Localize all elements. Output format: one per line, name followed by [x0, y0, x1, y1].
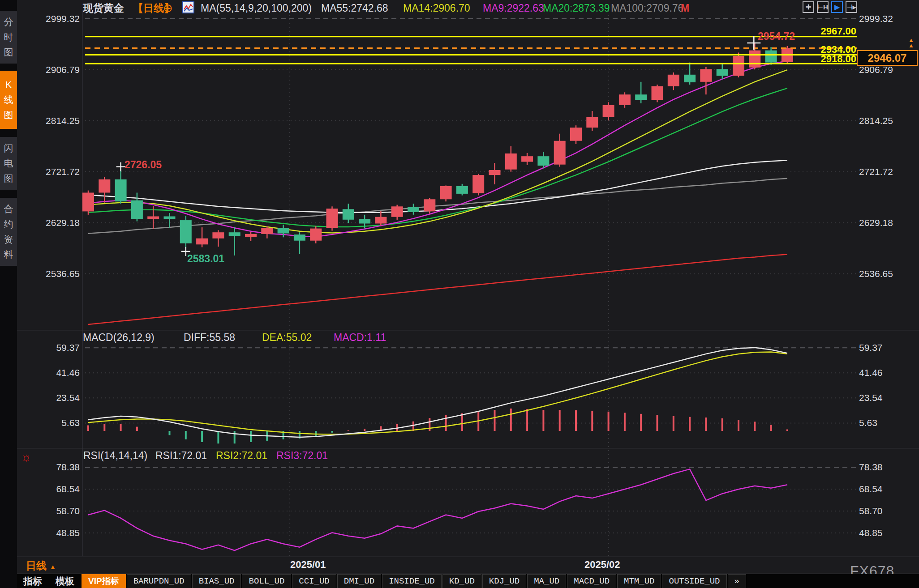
macd-title: MACD(26,12,9) — [83, 331, 155, 344]
rsi2-value: RSI2:72.01 — [216, 449, 267, 462]
sidebar-item-3[interactable]: 合约资料 — [0, 198, 17, 266]
bottom-tab-4[interactable]: BIAS_UD — [192, 574, 241, 588]
symbol-title: 现货黄金 — [83, 2, 124, 14]
period-selector[interactable]: 日线 ▲ — [26, 559, 56, 573]
rsi1-value: RSI1:72.01 — [155, 449, 207, 462]
macd-axis-label: 23.54 — [859, 392, 883, 403]
bottom-tab-9[interactable]: KD_UD — [442, 574, 481, 588]
price-axis-label: 2721.72 — [17, 166, 80, 177]
macd-value: MACD:1.11 — [334, 331, 386, 344]
bottom-tab-6[interactable]: CCI_UD — [292, 574, 336, 588]
shift-bar-icon[interactable]: ⊣▸ — [846, 1, 857, 13]
swing-low-label: 2583.01 — [187, 253, 224, 265]
ma9-value: MA9:2922.63 — [483, 2, 544, 14]
bottom-tab-7[interactable]: DMI_UD — [337, 574, 381, 588]
crosshair-icon[interactable]: ✛ — [803, 1, 814, 13]
macd-axis-label: 59.37 — [859, 342, 883, 353]
ma100-value: MA100:2709.76 — [611, 2, 683, 14]
rsi-axis-label: 68.54 — [859, 484, 883, 494]
bottom-tab-5[interactable]: BOLL_UD — [242, 574, 291, 588]
bottom-tab-8[interactable]: INSIDE_UD — [382, 574, 442, 588]
macd-dea-line — [88, 352, 787, 435]
rsi-axis-label: 48.85 — [859, 528, 883, 538]
macd-dea-value: DEA:55.02 — [262, 331, 312, 344]
price-axis-label: 2814.25 — [859, 115, 893, 126]
bottom-tab-1[interactable]: 模板 — [49, 574, 81, 588]
left-sidebar: 分时图K线图闪电图合约资料 — [0, 0, 17, 588]
bottom-tab-10[interactable]: KDJ_UD — [482, 574, 526, 588]
macd-diff-line — [88, 348, 787, 437]
price-axis-label: 2629.18 — [859, 217, 893, 228]
sidebar-item-1[interactable]: K线图 — [0, 71, 17, 129]
ma200-value-truncated: M — [681, 2, 689, 14]
ma55-value: MA55:2742.68 — [321, 2, 388, 14]
play-axis-icon[interactable]: ▶ — [831, 1, 843, 13]
ma14-line — [88, 70, 787, 233]
rsi-title: RSI(14,14,14) — [83, 449, 147, 462]
price-axis-label: 2721.72 — [859, 166, 893, 177]
bottom-tab-14[interactable]: OUTSIDE_UD — [662, 574, 726, 588]
candles — [82, 43, 793, 256]
period-arrow-icon: ▲ — [49, 563, 56, 571]
ma-settings-label: MA(55,14,9,20,100,200) — [201, 2, 312, 14]
bottom-tab-15[interactable]: » — [728, 574, 746, 588]
bottom-tab-3[interactable]: BARUPDN_UD — [127, 574, 191, 588]
rsi-line — [88, 469, 787, 550]
rsi-axis-label: 78.38 — [17, 462, 80, 473]
level-label-2967[interactable]: 2967.00 — [17, 26, 856, 37]
rsi-axis-label: 68.54 — [17, 484, 80, 494]
price-axis-label: 2536.65 — [17, 268, 80, 279]
price-axis-label: 2536.65 — [859, 268, 893, 279]
macd-histogram — [88, 409, 787, 443]
rsi-axis-label: 48.85 — [17, 528, 80, 538]
ma20-value: MA20:2873.39 — [543, 2, 610, 14]
price-axis-label: 2629.18 — [17, 217, 80, 228]
price-up-arrows-icon: ▲▲ — [908, 38, 914, 48]
level-label-2918[interactable]: 2918.00 — [17, 53, 856, 65]
bottom-tab-0[interactable]: 指标 — [17, 574, 48, 588]
rsi3-value: RSI3:72.01 — [276, 449, 328, 462]
axis-scale-icon[interactable]: ⊢H — [817, 1, 829, 13]
price-axis-label: 2906.79 — [859, 64, 893, 75]
x-axis-label-jan: 2025/01 — [290, 559, 326, 571]
price-axis-label: 2906.79 — [17, 64, 80, 75]
macd-axis-label: 5.63 — [17, 418, 80, 428]
swing-high-label-dec: 2726.05 — [125, 159, 162, 171]
current-price-badge: 2946.07 — [857, 50, 918, 66]
price-axis-label: 2814.25 — [17, 115, 80, 126]
macd-diff-value: DIFF:55.58 — [184, 331, 235, 344]
bottom-tab-11[interactable]: MA_UD — [527, 574, 566, 588]
price-axis-label: 2999.32 — [17, 13, 80, 24]
swing-high-marker — [116, 162, 125, 171]
rsi-axis-label: 58.70 — [17, 506, 80, 516]
bottom-tab-2[interactable]: VIP指标 — [82, 574, 126, 588]
macd-axis-label: 41.46 — [17, 367, 80, 378]
rsi-axis-label: 58.70 — [859, 506, 883, 516]
price-axis-label: 2999.32 — [859, 13, 893, 24]
gridlines — [85, 11, 857, 556]
ma100-line — [88, 179, 787, 234]
bottom-tab-12[interactable]: MACD_UD — [567, 574, 616, 588]
sidebar-item-0[interactable]: 分时图 — [0, 11, 17, 64]
chart-canvas[interactable] — [0, 0, 919, 588]
x-axis-label-feb: 2025/02 — [584, 559, 620, 571]
chart-application: 分时图K线图闪电图合约资料 现货黄金 【日线】 ⊕ MA(55,14,9,20,… — [0, 0, 919, 588]
macd-axis-label: 59.37 — [17, 342, 80, 353]
rsi-axis-label: 78.38 — [859, 462, 883, 473]
sidebar-item-2[interactable]: 闪电图 — [0, 137, 17, 190]
add-indicator-icon[interactable]: ⊕ — [163, 2, 173, 14]
indicator-tabbar: 指标模板VIP指标BARUPDN_UDBIAS_UDBOLL_UDCCI_UDD… — [17, 574, 919, 588]
macd-axis-label: 41.46 — [859, 367, 883, 378]
ma14-value: MA14:2906.70 — [403, 2, 470, 14]
macd-axis-label: 5.63 — [859, 418, 877, 428]
period-selector-label: 日线 — [26, 560, 47, 571]
mini-chart-icon[interactable] — [182, 1, 194, 13]
macd-axis-label: 23.54 — [17, 392, 80, 403]
bottom-tab-13[interactable]: MTM_UD — [617, 574, 661, 588]
